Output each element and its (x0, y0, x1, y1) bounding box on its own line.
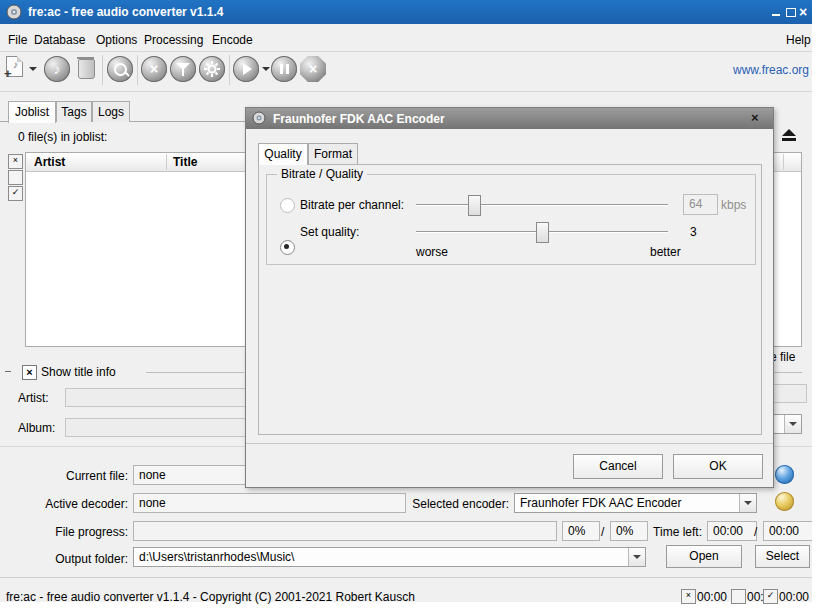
general-settings-button[interactable]: × (141, 56, 167, 82)
menu-database[interactable]: Database (32, 31, 87, 49)
divider (0, 91, 812, 92)
menu-processing[interactable]: Processing (142, 31, 205, 49)
signal-processing-button[interactable] (170, 56, 196, 82)
collapse-dash (5, 371, 11, 372)
tools-icon: × (150, 62, 158, 76)
trash-icon (78, 59, 95, 79)
output-folder-label: Output folder: (40, 552, 128, 566)
menu-file[interactable]: File (6, 31, 29, 49)
show-title-info-label: Show title info (41, 365, 116, 379)
divider (146, 372, 244, 373)
play-icon (243, 63, 252, 75)
bitrate-value-input[interactable]: 64 (683, 194, 718, 215)
divider (0, 577, 812, 578)
funnel-icon (176, 63, 190, 76)
time-left-a: 00:00 (707, 521, 757, 541)
close-icon[interactable]: × (799, 0, 807, 24)
info-orb-icon[interactable] (775, 465, 794, 484)
magnifier-icon (114, 63, 127, 76)
set-quality-radio[interactable] (280, 240, 295, 255)
right-combo-fragment[interactable] (770, 414, 802, 434)
column-title[interactable]: Title (173, 153, 197, 171)
output-folder-combobox[interactable]: d:\Users\tristanrhodes\Music\ (133, 547, 646, 567)
select-all-button[interactable]: × (8, 154, 23, 169)
time-left-label: Time left: (640, 525, 702, 539)
selected-encoder-label: Selected encoder: (405, 497, 509, 511)
dialog-tab-format[interactable]: Format (308, 143, 358, 164)
bitrate-radio[interactable] (280, 198, 295, 213)
selected-encoder-combobox[interactable]: Fraunhofer FDK AAC Encoder (514, 493, 757, 513)
window-title: fre:ac - free audio converter v1.1.4 (28, 0, 223, 24)
cddb-query-button[interactable] (107, 56, 133, 82)
file-progress-bar (133, 521, 557, 541)
dialog-app-icon (252, 111, 266, 125)
encoder-dropdown-icon[interactable] (739, 494, 756, 512)
toolbar-separator (137, 55, 138, 85)
clear-joblist-button[interactable] (78, 59, 95, 79)
tab-joblist[interactable]: Joblist (8, 101, 56, 123)
website-link[interactable]: www.freac.org (733, 63, 809, 77)
configuration-button[interactable] (199, 56, 225, 82)
page-margin (812, 0, 818, 609)
eject-button[interactable] (780, 129, 798, 145)
file-progress-label: File progress: (40, 525, 128, 539)
quality-slider-thumb[interactable] (536, 222, 549, 243)
dialog-title: Fraunhofer FDK AAC Encoder (273, 107, 445, 131)
current-file-label: Current file: (40, 469, 128, 483)
output-folder-dropdown-icon[interactable] (628, 548, 645, 566)
dialog-close-icon[interactable]: × (751, 110, 759, 125)
add-audio-cd-button[interactable]: ♪ (44, 56, 70, 82)
quality-slider[interactable] (416, 222, 668, 241)
pause-icon (280, 64, 289, 74)
selected-encoder-value: Fraunhofer FDK AAC Encoder (520, 496, 681, 510)
configure-encoder-icon[interactable] (775, 492, 794, 511)
menu-help[interactable]: Help (784, 31, 813, 49)
menu-encode[interactable]: Encode (210, 31, 255, 49)
app-icon (6, 4, 22, 20)
divider (246, 443, 773, 444)
add-files-button[interactable]: + ♪ (6, 56, 23, 77)
start-encoding-button[interactable] (233, 56, 259, 82)
restore-icon[interactable] (786, 8, 796, 17)
toggle-selection-button[interactable]: ✓ (8, 186, 23, 201)
start-encoding-dropdown-icon[interactable] (262, 67, 270, 71)
eject-icon (782, 129, 796, 136)
slash: / (754, 525, 757, 539)
cancel-button[interactable]: Cancel (573, 454, 663, 479)
statusbar-text: fre:ac - free audio converter v1.1.4 - C… (6, 590, 415, 604)
stop-x-icon: × (309, 62, 317, 76)
right-label-fragment: e file (770, 350, 802, 364)
tab-tags[interactable]: Tags (56, 101, 92, 122)
gear-icon (204, 61, 220, 77)
ok-button[interactable]: OK (673, 454, 763, 479)
minimize-icon[interactable] (772, 14, 780, 16)
toggle-selection-time-icon: ✓ (763, 589, 778, 604)
slash: / (601, 525, 604, 539)
menu-options[interactable]: Options (94, 31, 139, 49)
select-button[interactable]: Select (755, 545, 810, 568)
column-divider (783, 154, 784, 170)
add-files-dropdown-icon[interactable] (29, 67, 37, 71)
toolbar-separator (102, 55, 103, 85)
tab-logs[interactable]: Logs (92, 101, 130, 122)
select-none-button[interactable] (8, 170, 23, 185)
select-all-time-icon: × (681, 589, 696, 604)
bitrate-slider[interactable] (416, 195, 668, 214)
scale-better-label: better (650, 245, 710, 259)
show-title-info-checkbox[interactable]: × (22, 365, 37, 380)
pause-encoding-button[interactable] (271, 56, 297, 82)
column-artist[interactable]: Artist (34, 153, 65, 171)
plus-glyph: + (4, 66, 12, 81)
group-title: Bitrate / Quality (277, 167, 367, 181)
combo-arrow-icon[interactable] (784, 415, 801, 433)
open-button[interactable]: Open (666, 545, 742, 568)
divider (0, 51, 812, 52)
dialog-title-bar: Fraunhofer FDK AAC Encoder × (246, 108, 773, 129)
joblist-count: 0 file(s) in joblist: (18, 130, 107, 144)
set-quality-label: Set quality: (300, 225, 359, 239)
bitrate-slider-thumb[interactable] (468, 195, 481, 216)
active-decoder-label: Active decoder: (24, 497, 128, 511)
right-field-fragment[interactable] (770, 384, 807, 403)
eject-icon-bar (782, 138, 796, 141)
dialog-tab-quality[interactable]: Quality (258, 143, 308, 165)
